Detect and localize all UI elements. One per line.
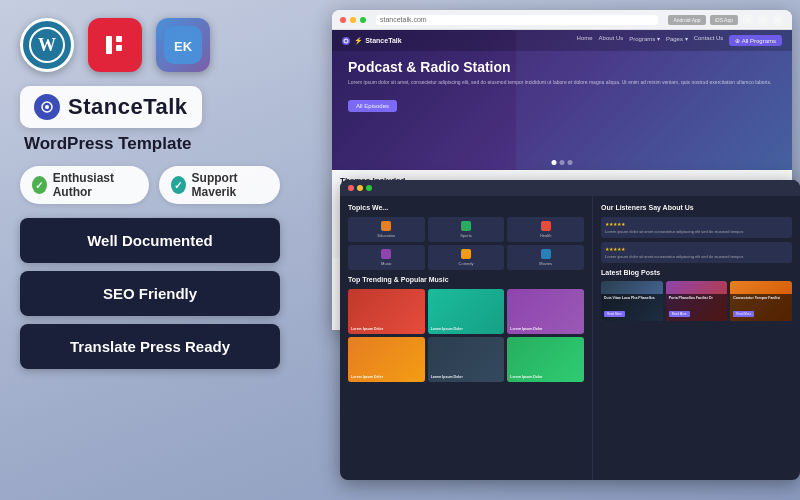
topic-card-health: Health	[507, 217, 584, 242]
subtitle: WordPress Template	[24, 134, 280, 154]
review-card-2: ★★★★★ Lorem ipsum dolor sit amet consect…	[601, 242, 792, 263]
music-card-text-6: Lorem Ipsum Dolor	[510, 375, 542, 379]
music-card-5: Lorem Ipsum Dolor	[428, 337, 505, 382]
android-app-badge: Android App	[668, 15, 705, 25]
enthusiast-author-badge: ✓ Enthusiast Author	[20, 166, 149, 204]
ios-app-badge: iOS App	[710, 15, 738, 25]
twitter-icon: t	[757, 14, 769, 26]
browser-bottom: Topics We... Education Sports Health	[340, 180, 800, 480]
review-card-1: ★★★★★ Lorem ipsum dolor sit amet consect…	[601, 217, 792, 238]
carousel-dot-1	[560, 160, 565, 165]
site-nav: ⚡ StanceTalk Home About Us Programs ▾ Pa…	[332, 30, 792, 51]
topic-card-sports: Sports	[428, 217, 505, 242]
topic-icon-education	[381, 221, 391, 231]
blog-title: Latest Blog Posts	[601, 269, 792, 276]
topic-label-health: Health	[511, 233, 580, 238]
svg-rect-5	[116, 45, 122, 51]
topic-label-education: Education	[352, 233, 421, 238]
music-card-text-5: Lorem Ipsum Dolor	[431, 375, 463, 379]
review-stars-1: ★★★★★	[605, 221, 788, 227]
music-card-6: Lorem Ipsum Dolor	[507, 337, 584, 382]
review-text-1: Lorem ipsum dolor sit amet consectetur a…	[605, 229, 788, 234]
blog-card-bottom-1: Duis Vitae Luca Pha Phasellus Read More	[601, 294, 663, 321]
review-stars-2: ★★★★★	[605, 246, 788, 252]
site-hero: ⚡ StanceTalk Home About Us Programs ▾ Pa…	[332, 30, 792, 170]
logos-row: W EK	[20, 18, 280, 72]
translate-press-button[interactable]: Translate Press Ready	[20, 324, 280, 369]
browser-dot-yellow	[350, 17, 356, 23]
badge-row: ✓ Enthusiast Author ✓ Support Maverik	[20, 166, 280, 204]
app-badges-row: Android App iOS App	[668, 15, 738, 25]
site-nav-logo: ⚡ StanceTalk	[342, 36, 402, 45]
topic-label-comedy: Comedy	[432, 261, 501, 266]
well-documented-button[interactable]: Well Documented	[20, 218, 280, 263]
blog-card-1: Duis Vitae Luca Pha Phasellus Read More	[601, 281, 663, 321]
facebook-icon: f	[742, 14, 754, 26]
brand-icon	[34, 94, 60, 120]
browser-dot-red	[340, 17, 346, 23]
blog-read-btn-3[interactable]: Read More	[733, 311, 754, 317]
carousel-dots	[552, 160, 573, 165]
blog-read-btn-1[interactable]: Read More	[604, 311, 625, 317]
music-card-4: Lorem Ipsum Dolor	[348, 337, 425, 382]
browser-dot-green	[360, 17, 366, 23]
music-card-text-2: Lorem Ipsum Dolor	[431, 327, 463, 331]
svg-point-11	[342, 37, 350, 45]
svg-text:W: W	[38, 35, 56, 55]
topic-icon-music	[381, 249, 391, 259]
topic-card-music: Music	[348, 245, 425, 270]
hero-cta-button[interactable]: All Episodes	[348, 100, 397, 112]
topic-label-movies: Movies	[511, 261, 580, 266]
music-card-bg-5: Lorem Ipsum Dolor	[428, 337, 505, 382]
topic-card-movies: Movies	[507, 245, 584, 270]
topics-title: Topics We...	[348, 204, 584, 211]
browser-dot-red-2	[348, 185, 354, 191]
right-panel: stancetalk.com Android App iOS App f t i…	[310, 0, 800, 500]
left-panel: W EK	[0, 0, 300, 500]
topic-icon-comedy	[461, 249, 471, 259]
topics-grid: Education Sports Health Music	[348, 217, 584, 270]
enthusiast-author-label: Enthusiast Author	[53, 171, 137, 199]
bottom-content: Topics We... Education Sports Health	[340, 196, 800, 480]
bottom-left-panel: Topics We... Education Sports Health	[340, 196, 593, 480]
blog-card-2: Porta Phasellus Facilisi Or Read More	[666, 281, 728, 321]
site-nav-links: Home About Us Programs ▾ Pages ▾ Contact…	[577, 35, 782, 46]
music-card-text-3: Lorem Ipsum Dolor	[510, 327, 542, 331]
blog-read-btn-2[interactable]: Read More	[669, 311, 690, 317]
music-card-bg-4: Lorem Ipsum Dolor	[348, 337, 425, 382]
topic-icon-movies	[541, 249, 551, 259]
browser-nav: stancetalk.com Android App iOS App f t i…	[332, 10, 792, 30]
wordpress-logo: W	[20, 18, 74, 72]
listeners-title: Our Listeners Say About Us	[601, 204, 792, 211]
blog-grid: Duis Vitae Luca Pha Phasellus Read More …	[601, 281, 792, 321]
support-maverik-icon: ✓	[171, 176, 186, 194]
blog-card-title-2: Porta Phasellus Facilisi Or	[669, 296, 725, 300]
site-nav-cta[interactable]: ⊕ All Programs	[729, 35, 782, 46]
linkedin-icon: in	[772, 14, 784, 26]
review-text-2: Lorem ipsum dolor sit amet consectetur a…	[605, 254, 788, 259]
svg-rect-4	[116, 36, 122, 42]
hero-title: Podcast & Radio Station	[348, 59, 776, 75]
music-card-bg-6: Lorem Ipsum Dolor	[507, 337, 584, 382]
music-card-bg-3: Lorem Ipsum Dolor	[507, 289, 584, 334]
hero-content: Podcast & Radio Station Lorem ipsum dolo…	[332, 51, 792, 120]
svg-rect-2	[96, 26, 134, 64]
blog-card-bottom-2: Porta Phasellus Facilisi Or Read More	[666, 294, 728, 321]
social-icons-row: f t in	[742, 14, 784, 26]
blog-card-title-1: Duis Vitae Luca Pha Phasellus	[604, 296, 660, 300]
svg-text:EK: EK	[174, 39, 193, 54]
blog-card-bottom-3: Consectetur Tempor Facilisi Read More	[730, 294, 792, 321]
carousel-dot-active	[552, 160, 557, 165]
music-card-text-1: Lorem Ipsum Dolor	[351, 327, 383, 331]
topic-icon-health	[541, 221, 551, 231]
support-maverik-badge: ✓ Support Maverik	[159, 166, 280, 204]
topic-icon-sports	[461, 221, 471, 231]
seo-friendly-button[interactable]: SEO Friendly	[20, 271, 280, 316]
elementor-logo	[88, 18, 142, 72]
topic-label-sports: Sports	[432, 233, 501, 238]
brand-box: StanceTalk	[20, 86, 202, 128]
music-card-3: Lorem Ipsum Dolor	[507, 289, 584, 334]
hero-description: Lorem ipsum dolor sit amet, consectetur …	[348, 79, 776, 86]
review-cards: ★★★★★ Lorem ipsum dolor sit amet consect…	[601, 217, 792, 263]
music-card-2: Lorem Ipsum Dolor	[428, 289, 505, 334]
